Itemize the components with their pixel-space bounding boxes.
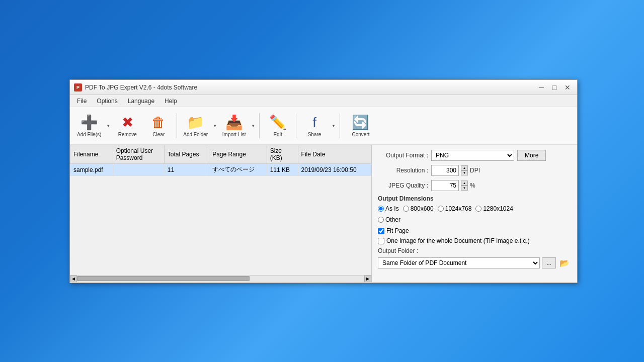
toolbar-separator-3: [296, 113, 296, 138]
title-bar-controls: ─ □ ✕: [536, 82, 573, 93]
menu-help[interactable]: Help: [159, 97, 182, 106]
jpeg-quality-spinner: ▲ ▼: [461, 180, 468, 191]
menu-bar: File Options Language Help: [70, 95, 577, 107]
radio-1024x768[interactable]: 1024x768: [438, 205, 472, 212]
share-label: Share: [308, 132, 321, 137]
cell-total-pages: 11: [164, 164, 209, 176]
clear-label: Clear: [152, 132, 165, 137]
dimensions-other-radio-group: Other: [378, 216, 571, 223]
output-folder-row: Same Folder of PDF Document ... 📂: [378, 257, 571, 268]
convert-label: Convert: [352, 132, 369, 137]
table-row[interactable]: sample.pdf 11 すべてのページ 111 KB 2019/09/23 …: [70, 164, 371, 176]
edit-button[interactable]: ✏️ Edit: [263, 110, 293, 142]
output-folder-label: Output Folder :: [378, 247, 571, 254]
app-icon: P: [74, 83, 82, 92]
resolution-spinner: ▲ ▼: [461, 165, 468, 175]
scroll-track[interactable]: [77, 276, 364, 282]
app-window: P PDF To JPG Expert V2.6 - 4dots Softwar…: [69, 79, 578, 283]
radio-800x600[interactable]: 800x600: [403, 205, 434, 212]
cell-size: 111 KB: [267, 164, 298, 176]
add-folder-arrow[interactable]: ▼: [212, 123, 218, 129]
resolution-up[interactable]: ▲: [461, 165, 468, 170]
edit-icon: ✏️: [269, 114, 287, 131]
fit-page-checkbox[interactable]: [378, 228, 384, 234]
file-list-area: Filename Optional User Password Total Pa…: [70, 145, 372, 282]
convert-button[interactable]: 🔄 Convert: [343, 110, 378, 142]
file-table: Filename Optional User Password Total Pa…: [70, 145, 371, 176]
close-button[interactable]: ✕: [562, 82, 573, 93]
jpeg-quality-label: JPEG Quality :: [378, 182, 428, 189]
share-button[interactable]: f Share: [299, 110, 330, 142]
main-area: Filename Optional User Password Total Pa…: [70, 145, 577, 282]
horizontal-scrollbar[interactable]: ◀ ▶: [70, 275, 371, 282]
open-folder-button[interactable]: 📂: [558, 257, 571, 268]
radio-other-input[interactable]: [378, 217, 384, 223]
add-folder-button[interactable]: 📁 Add Folder: [180, 110, 211, 142]
import-list-arrow[interactable]: ▼: [250, 123, 256, 129]
col-password: Optional User Password: [113, 145, 164, 164]
title-bar: P PDF To JPG Expert V2.6 - 4dots Softwar…: [70, 80, 577, 95]
radio-1024x768-input[interactable]: [438, 206, 444, 212]
jpeg-quality-down[interactable]: ▼: [461, 186, 468, 191]
one-image-checkbox[interactable]: [378, 238, 384, 244]
radio-other[interactable]: Other: [378, 216, 400, 223]
output-format-select[interactable]: PNG JPG BMP TIFF GIF: [431, 150, 514, 161]
radio-800x600-label: 800x600: [411, 205, 434, 212]
fit-page-checkbox-row[interactable]: Fit Page: [378, 227, 571, 234]
menu-file[interactable]: File: [72, 97, 92, 106]
menu-options[interactable]: Options: [92, 97, 122, 106]
col-file-date: File Date: [298, 145, 371, 164]
resolution-unit: DPI: [470, 167, 480, 174]
browse-button[interactable]: ...: [542, 257, 556, 268]
radio-800x600-input[interactable]: [403, 206, 409, 212]
col-page-range: Page Range: [209, 145, 267, 164]
cell-filename: sample.pdf: [70, 164, 113, 176]
import-list-label: Import List: [222, 132, 246, 137]
add-files-arrow[interactable]: ▼: [105, 123, 111, 129]
minimize-button[interactable]: ─: [536, 82, 547, 93]
resolution-input[interactable]: [431, 165, 459, 176]
resolution-input-group: ▲ ▼ DPI: [431, 165, 480, 176]
more-button[interactable]: More: [517, 150, 546, 161]
radio-as-is-input[interactable]: [378, 206, 384, 212]
edit-label: Edit: [273, 132, 282, 137]
scroll-thumb[interactable]: [77, 276, 250, 281]
import-list-button[interactable]: 📥 Import List: [219, 110, 249, 142]
title-bar-left: P PDF To JPG Expert V2.6 - 4dots Softwar…: [74, 83, 197, 92]
scroll-right-arrow[interactable]: ▶: [364, 276, 371, 283]
output-format-row: Output Format : PNG JPG BMP TIFF GIF Mor…: [378, 150, 571, 161]
jpeg-quality-input[interactable]: [431, 180, 459, 191]
toolbar-separator-1: [177, 113, 177, 138]
jpeg-quality-up[interactable]: ▲: [461, 180, 468, 186]
window-title: PDF To JPG Expert V2.6 - 4dots Software: [85, 84, 197, 91]
add-files-label: Add File(s): [77, 132, 101, 137]
output-folder-section: Output Folder : Same Folder of PDF Docum…: [378, 247, 571, 268]
one-image-checkbox-row[interactable]: One Image for the whole Document (TIF Im…: [378, 237, 571, 244]
dimensions-radio-group: As Is 800x600 1024x768 1280x1024: [378, 205, 571, 212]
cell-page-range: すべてのページ: [209, 164, 267, 176]
remove-button[interactable]: ✖ Remove: [112, 110, 142, 142]
radio-as-is[interactable]: As Is: [378, 205, 399, 212]
clear-button[interactable]: 🗑 Clear: [143, 110, 174, 142]
share-arrow[interactable]: ▼: [331, 123, 337, 129]
one-image-label: One Image for the whole Document (TIF Im…: [386, 237, 530, 244]
resolution-down[interactable]: ▼: [461, 170, 468, 175]
settings-panel: Output Format : PNG JPG BMP TIFF GIF Mor…: [372, 145, 577, 282]
radio-1280x1024-input[interactable]: [475, 206, 481, 212]
maximize-button[interactable]: □: [549, 82, 560, 93]
radio-other-label: Other: [385, 216, 400, 223]
toolbar-separator-4: [340, 113, 340, 138]
resolution-row: Resolution : ▲ ▼ DPI: [378, 165, 571, 176]
share-icon: f: [312, 115, 316, 131]
add-files-button[interactable]: ➕ Add File(s): [74, 110, 104, 142]
toolbar: ➕ Add File(s) ▼ ✖ Remove 🗑 Clear 📁 Add F…: [70, 107, 577, 145]
radio-1024x768-label: 1024x768: [445, 205, 472, 212]
cell-password: [113, 164, 164, 176]
output-folder-select[interactable]: Same Folder of PDF Document: [378, 257, 540, 268]
scroll-left-arrow[interactable]: ◀: [70, 276, 77, 283]
clear-icon: 🗑: [151, 114, 166, 131]
menu-language[interactable]: Language: [123, 97, 159, 106]
table-wrapper[interactable]: Filename Optional User Password Total Pa…: [70, 145, 371, 275]
radio-as-is-label: As Is: [385, 205, 399, 212]
radio-1280x1024[interactable]: 1280x1024: [475, 205, 513, 212]
